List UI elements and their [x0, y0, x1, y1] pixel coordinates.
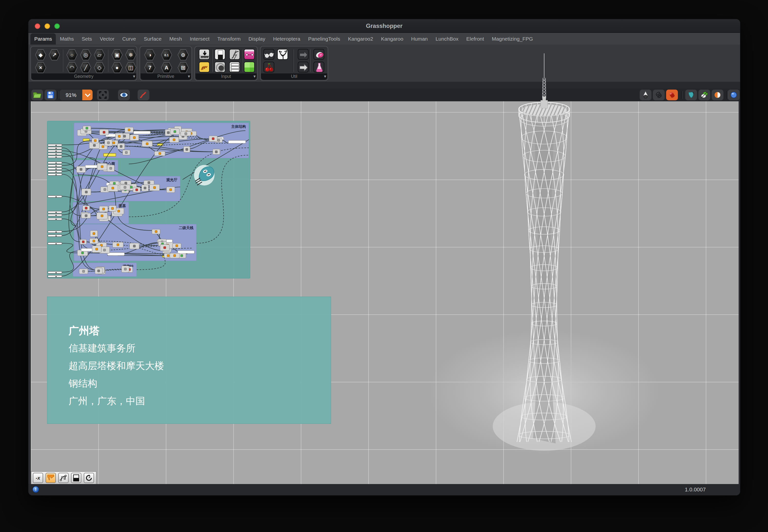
preview-split-button[interactable] — [712, 90, 723, 100]
tab-magnetizing_fpg[interactable]: Magnetizing_FPG — [488, 33, 537, 45]
info-badge-icon[interactable]: ! — [32, 486, 39, 493]
sketch-icon[interactable] — [199, 62, 210, 72]
integer-icon[interactable]: 7 — [144, 62, 156, 73]
hide-names-button[interactable]: -x — [33, 473, 43, 483]
number-slider[interactable] — [47, 173, 62, 175]
number-slider[interactable] — [47, 211, 62, 213]
spiral-icon[interactable]: ◎ — [80, 49, 92, 61]
number-slider[interactable] — [47, 231, 62, 233]
line-icon[interactable]: ╱ — [80, 62, 92, 73]
number-slider[interactable] — [47, 150, 62, 152]
matrix-icon[interactable]: ⊞ — [177, 62, 189, 73]
tab-maths[interactable]: Maths — [56, 33, 78, 45]
number-slider[interactable] — [47, 156, 62, 158]
text-icon[interactable]: A — [161, 62, 172, 73]
tab-panelingtools[interactable]: PanelingTools — [304, 33, 344, 45]
arc-icon[interactable]: ◠ — [66, 62, 78, 73]
open-document-button[interactable] — [31, 90, 43, 100]
number-slider[interactable] — [47, 214, 62, 216]
canvas-group-5[interactable]: 避雷针 — [73, 263, 137, 277]
group-expand-icon[interactable]: ▾ — [188, 73, 190, 80]
preview-visibility-button[interactable] — [118, 90, 130, 100]
circle-icon[interactable]: ○ — [66, 49, 78, 61]
preview-shaded-button[interactable] — [666, 90, 678, 100]
recompute-button[interactable] — [84, 473, 94, 483]
canvas-group-3[interactable]: 塔基 — [73, 202, 129, 224]
zoom-dropdown-button[interactable] — [82, 90, 92, 100]
number-slider[interactable] — [47, 195, 62, 197]
canvas-group-4[interactable]: 二级天线 — [74, 224, 197, 261]
highlighted-panel[interactable] — [157, 143, 163, 146]
plane-icon[interactable]: ▱ — [93, 49, 105, 61]
text-panel[interactable]: 广州塔 信基建筑事务所 超高层塔楼和摩天大楼 钢结构 广州，广东，中国 — [47, 297, 331, 424]
number-slider[interactable] — [47, 144, 62, 146]
graph-mapper-icon[interactable] — [229, 49, 240, 60]
tab-human[interactable]: Human — [407, 33, 432, 45]
number-slider[interactable] — [47, 147, 62, 149]
twisted-box-icon[interactable]: ◫ — [125, 62, 137, 73]
tab-heteroptera[interactable]: Heteroptera — [269, 33, 304, 45]
tab-transform[interactable]: Transform — [214, 33, 245, 45]
vector-icon[interactable]: ↗ — [48, 49, 60, 61]
number-slider[interactable] — [47, 218, 62, 220]
relay-arrow-icon[interactable] — [298, 49, 309, 60]
circle-quadrant-icon[interactable]: ◑ — [144, 49, 156, 61]
selected-preview-teal-button[interactable] — [685, 90, 697, 100]
jam-icon[interactable] — [314, 49, 324, 60]
canvas-group-1[interactable]: 核心筒 — [74, 160, 118, 175]
highlighted-panel[interactable] — [103, 153, 116, 157]
group-expand-icon[interactable]: ▾ — [133, 73, 135, 80]
path-icon[interactable]: ⊙ — [177, 49, 189, 61]
sparkle-icon[interactable]: ◇ — [93, 62, 105, 73]
blue-sphere-button[interactable] — [728, 90, 740, 100]
number-slider[interactable] — [47, 153, 62, 155]
tab-kangaroo2[interactable]: Kangaroo2 — [344, 33, 377, 45]
tab-lunchbox[interactable]: LunchBox — [432, 33, 462, 45]
zoom-level-field[interactable]: 91% — [60, 90, 82, 100]
save-document-button[interactable] — [45, 90, 56, 100]
canvas-group-0[interactable]: 主体结构 — [74, 123, 249, 158]
tab-intersect[interactable]: Intersect — [186, 33, 214, 45]
panel-icon[interactable] — [215, 49, 225, 60]
item-list-icon[interactable] — [229, 62, 240, 72]
group-expand-icon[interactable]: ▾ — [324, 73, 326, 80]
number-slider[interactable] — [47, 234, 62, 237]
number-slider[interactable] — [47, 162, 62, 164]
highlighted-panel[interactable] — [162, 255, 168, 257]
number-slider-icon[interactable] — [199, 49, 210, 60]
zoom-extents-button[interactable] — [97, 90, 109, 100]
number-slider[interactable] — [47, 170, 62, 173]
sketch-tool-button[interactable] — [138, 90, 149, 100]
number-slider[interactable] — [47, 275, 62, 277]
tree-icon[interactable] — [277, 49, 288, 60]
preview-off-button[interactable] — [640, 90, 652, 100]
mesh-icon[interactable]: ❄ — [125, 49, 137, 61]
draw-wires-button[interactable] — [58, 473, 69, 483]
tab-display[interactable]: Display — [245, 33, 269, 45]
gradient-icon[interactable] — [244, 49, 255, 60]
cherries-icon[interactable] — [264, 62, 274, 72]
cross-icon[interactable]: × — [35, 62, 46, 73]
tab-surface[interactable]: Surface — [140, 33, 165, 45]
arrow-icon[interactable] — [298, 62, 309, 72]
box-icon[interactable]: ▣ — [111, 49, 123, 61]
tab-params[interactable]: Params — [30, 33, 56, 45]
tab-kangaroo[interactable]: Kangaroo — [377, 33, 407, 45]
canvas-group-2[interactable]: 观光厅 — [74, 176, 180, 201]
selected-preview-green-button[interactable] — [699, 90, 710, 100]
group-expand-icon[interactable]: ▾ — [254, 73, 256, 80]
paint-wires-button[interactable] — [46, 473, 56, 483]
definition-canvas[interactable]: 主体结构核心筒观光厅塔基二级天线避雷针 广州塔 信基建筑事务所 超高层塔楼和摩天… — [31, 101, 739, 485]
number-slider[interactable] — [47, 167, 62, 170]
number-slider[interactable] — [47, 242, 62, 244]
number-slider[interactable] — [47, 164, 62, 167]
tab-mesh[interactable]: Mesh — [165, 33, 186, 45]
number-slider[interactable] — [47, 271, 62, 273]
colour-swatch-icon[interactable] — [244, 62, 255, 72]
preview-toggle-button[interactable] — [71, 473, 81, 483]
tab-curve[interactable]: Curve — [118, 33, 140, 45]
knob-icon[interactable] — [215, 62, 225, 72]
tab-elefront[interactable]: Elefront — [462, 33, 488, 45]
glasses-icon[interactable] — [264, 49, 274, 60]
number-icon[interactable]: 0.1 — [161, 49, 172, 61]
